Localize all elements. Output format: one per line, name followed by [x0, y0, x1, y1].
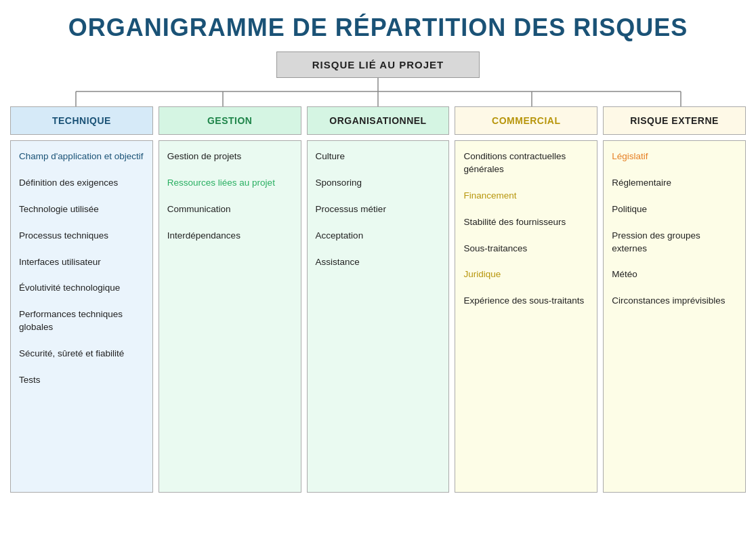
- column-commercial: COMMERCIALConditions contractuelles géné…: [455, 106, 597, 493]
- connector-area: [10, 78, 746, 106]
- body-commercial: Conditions contractuelles généralesFinan…: [455, 140, 597, 493]
- item-technique-8: Tests: [19, 374, 144, 387]
- item-commercial-1: Financement: [463, 190, 589, 203]
- body-gestion: Gestion de projetsRessources liées au pr…: [159, 140, 301, 493]
- column-risque-externe: RISQUE EXTERNELégislatifRéglementairePol…: [603, 106, 746, 493]
- header-risque-externe: RISQUE EXTERNE: [603, 106, 746, 135]
- item-gestion-3: Interdépendances: [167, 230, 293, 243]
- column-organisationnel: ORGANISATIONNELCultureSponsoringProcessu…: [307, 106, 450, 493]
- root-container: RISQUE LIÉ AU PROJET: [10, 51, 746, 78]
- header-technique: TECHNIQUE: [10, 106, 153, 135]
- item-organisationnel-1: Sponsoring: [316, 177, 441, 190]
- item-technique-3: Processus techniques: [19, 230, 144, 243]
- item-organisationnel-3: Acceptation: [316, 230, 441, 243]
- root-node: RISQUE LIÉ AU PROJET: [276, 51, 480, 78]
- item-commercial-4: Juridique: [463, 268, 589, 281]
- item-commercial-5: Expérience des sous-traitants: [463, 295, 589, 308]
- page-title: ORGANIGRAMME DE RÉPARTITION DES RISQUES: [10, 7, 746, 51]
- header-organisationnel: ORGANISATIONNEL: [307, 106, 450, 135]
- item-risque-externe-4: Météo: [612, 268, 737, 281]
- item-organisationnel-4: Assistance: [316, 256, 441, 269]
- item-technique-6: Performances techniques globales: [19, 308, 144, 334]
- item-technique-1: Définition des exigences: [19, 177, 144, 190]
- item-organisationnel-2: Processus métier: [316, 203, 441, 216]
- item-technique-2: Technologie utilisée: [19, 203, 144, 216]
- item-risque-externe-0: Législatif: [612, 150, 737, 163]
- column-gestion: GESTIONGestion de projetsRessources liée…: [159, 106, 301, 493]
- item-technique-0: Champ d'application et objectif: [19, 150, 144, 163]
- item-technique-4: Interfaces utilisateur: [19, 256, 144, 269]
- item-gestion-1: Ressources liées au projet: [167, 177, 293, 190]
- item-commercial-0: Conditions contractuelles générales: [463, 150, 589, 176]
- item-risque-externe-2: Politique: [612, 203, 737, 216]
- item-technique-5: Évolutivité technologique: [19, 282, 144, 295]
- item-technique-7: Sécurité, sûreté et fiabilité: [19, 348, 144, 360]
- item-risque-externe-5: Circonstances imprévisibles: [612, 295, 737, 308]
- item-gestion-0: Gestion de projets: [167, 150, 293, 163]
- item-risque-externe-1: Réglementaire: [612, 177, 737, 190]
- columns-container: TECHNIQUEChamp d'application et objectif…: [10, 106, 746, 493]
- item-organisationnel-0: Culture: [316, 150, 441, 163]
- column-technique: TECHNIQUEChamp d'application et objectif…: [10, 106, 153, 493]
- item-gestion-2: Communication: [167, 203, 293, 216]
- header-commercial: COMMERCIAL: [455, 106, 597, 135]
- body-risque-externe: LégislatifRéglementairePolitiquePression…: [603, 140, 746, 493]
- body-organisationnel: CultureSponsoringProcessus métierAccepta…: [307, 140, 450, 493]
- item-commercial-3: Sous-traitances: [463, 243, 589, 255]
- item-commercial-2: Stabilité des fournisseurs: [463, 216, 589, 229]
- item-risque-externe-3: Pression des groupes externes: [612, 230, 737, 255]
- body-technique: Champ d'application et objectifDéfinitio…: [10, 140, 153, 493]
- connector-svg: [10, 78, 746, 106]
- header-gestion: GESTION: [159, 106, 301, 135]
